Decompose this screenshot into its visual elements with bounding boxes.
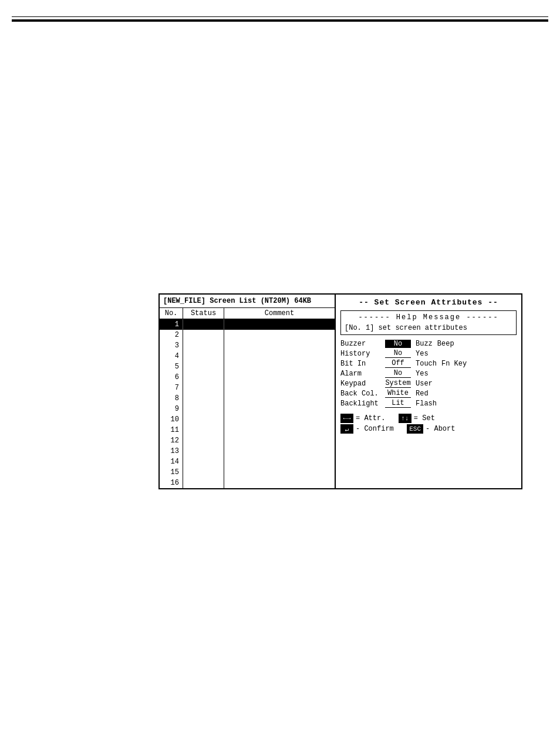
screen-row-11[interactable]: 11 xyxy=(160,425,335,435)
cell-status-4 xyxy=(183,351,224,361)
cell-status-3 xyxy=(183,340,224,351)
cell-comment-7 xyxy=(224,383,335,393)
attr-val-6[interactable]: Lit xyxy=(385,399,411,408)
cell-no-16: 16 xyxy=(160,478,183,488)
screen-row-15[interactable]: 15 xyxy=(160,467,335,478)
attr-alt1-5: Red xyxy=(416,390,429,398)
attr-alt1-0: Buzz xyxy=(416,340,433,348)
attr-row-buzzer: BuzzerNoBuzzBeep xyxy=(340,340,517,348)
attr-row-backlight: BacklightLitFlash xyxy=(340,399,517,408)
attr-row-alarm: AlarmNoYes xyxy=(340,369,517,378)
cell-comment-10 xyxy=(224,414,335,425)
cell-no-9: 9 xyxy=(160,404,183,414)
attr-alt1-2: Touch xyxy=(416,360,437,368)
screen-row-12[interactable]: 12 xyxy=(160,435,335,446)
cell-comment-11 xyxy=(224,425,335,435)
screen-row-14[interactable]: 14 xyxy=(160,456,335,467)
screen-row-9[interactable]: 9 xyxy=(160,404,335,414)
cell-no-10: 10 xyxy=(160,414,183,425)
column-no: No. xyxy=(160,308,183,319)
attr-alt1-1: Yes xyxy=(416,350,429,358)
cell-no-3: 3 xyxy=(160,340,183,351)
screen-list-rows: 1 2 3 4 5 6 7 8 xyxy=(160,319,335,488)
cell-no-11: 11 xyxy=(160,425,183,435)
cell-comment-8 xyxy=(224,393,335,404)
attr-alt1-3: Yes xyxy=(416,370,429,378)
attr-alt2-2: Fn Key xyxy=(441,360,467,368)
cell-status-5 xyxy=(183,361,224,372)
cell-status-12 xyxy=(183,435,224,446)
help-message-title: ------ Help Message ------ xyxy=(345,313,512,322)
cell-no-2: 2 xyxy=(160,330,183,340)
screen-row-5[interactable]: 5 xyxy=(160,361,335,372)
cell-no-6: 6 xyxy=(160,372,183,383)
screen-row-1[interactable]: 1 xyxy=(160,319,335,330)
cell-comment-15 xyxy=(224,467,335,478)
legend-row-2: ↵ - Confirm ESC - Abort xyxy=(340,424,517,434)
cell-status-14 xyxy=(183,456,224,467)
cell-comment-2 xyxy=(224,330,335,340)
screen-row-4[interactable]: 4 xyxy=(160,351,335,361)
screen-row-2[interactable]: 2 xyxy=(160,330,335,340)
attr-val-4[interactable]: System xyxy=(385,379,411,388)
cell-status-9 xyxy=(183,404,224,414)
screen-row-13[interactable]: 13 xyxy=(160,446,335,456)
key-enter: ↵ xyxy=(340,424,353,434)
attr-alt2-0: Beep xyxy=(437,340,454,348)
attr-row-keypad: KeypadSystemUser xyxy=(340,379,517,388)
top-line-thin xyxy=(12,16,548,17)
attr-label-6: Backlight xyxy=(340,400,383,408)
cell-no-8: 8 xyxy=(160,393,183,404)
screen-list-columns: No. Status Comment xyxy=(160,308,335,319)
key-enter-desc: - Confirm xyxy=(356,425,394,433)
column-comment: Comment xyxy=(224,308,335,319)
key-esc: ESC xyxy=(407,424,423,434)
screen-row-10[interactable]: 10 xyxy=(160,414,335,425)
cell-status-10 xyxy=(183,414,224,425)
cell-no-7: 7 xyxy=(160,383,183,393)
attr-val-2[interactable]: Off xyxy=(385,359,411,368)
cell-status-8 xyxy=(183,393,224,404)
screen-row-3[interactable]: 3 xyxy=(160,340,335,351)
cell-status-16 xyxy=(183,478,224,488)
screen-row-8[interactable]: 8 xyxy=(160,393,335,404)
attr-label-2: Bit In xyxy=(340,360,383,368)
cell-no-14: 14 xyxy=(160,456,183,467)
cell-comment-16 xyxy=(224,478,335,488)
key-legend: ←→ = Attr. ↑↓ = Set ↵ - Confirm ESC - Ab… xyxy=(340,414,517,434)
screen-row-16[interactable]: 16 xyxy=(160,478,335,488)
attr-val-1[interactable]: No xyxy=(385,349,411,358)
cell-comment-5 xyxy=(224,361,335,372)
cell-status-6 xyxy=(183,372,224,383)
key-lr-desc: = Attr. xyxy=(356,414,385,422)
cell-status-11 xyxy=(183,425,224,435)
cell-comment-1 xyxy=(224,319,335,330)
cell-status-15 xyxy=(183,467,224,478)
key-esc-desc: - Abort xyxy=(426,425,455,433)
attr-label-1: History xyxy=(340,350,383,358)
attr-row-history: HistoryNoYes xyxy=(340,349,517,358)
cell-comment-12 xyxy=(224,435,335,446)
attr-val-0[interactable]: No xyxy=(385,340,411,348)
screen-list-panel: [NEW_FILE] Screen List (NT20M) 64KB No. … xyxy=(160,295,336,488)
attr-val-3[interactable]: No xyxy=(385,369,411,378)
attr-panel: -- Set Screen Attributes -- ------ Help … xyxy=(336,295,521,488)
attr-row-back-col: Back Col.WhiteRed xyxy=(340,389,517,398)
cell-status-2 xyxy=(183,330,224,340)
attr-title: -- Set Screen Attributes -- xyxy=(340,298,517,307)
cell-no-15: 15 xyxy=(160,467,183,478)
attr-alt1-6: Flash xyxy=(416,400,437,408)
attr-row-bit-in: Bit InOffTouchFn Key xyxy=(340,359,517,368)
top-line-thick xyxy=(12,19,548,22)
cell-comment-13 xyxy=(224,446,335,456)
cell-comment-6 xyxy=(224,372,335,383)
cell-status-1 xyxy=(183,319,224,330)
help-message-box: ------ Help Message ------ [No. 1] set s… xyxy=(340,310,517,335)
cell-comment-14 xyxy=(224,456,335,467)
screen-row-6[interactable]: 6 xyxy=(160,372,335,383)
attr-label-0: Buzzer xyxy=(340,340,383,348)
screen-row-7[interactable]: 7 xyxy=(160,383,335,393)
cell-no-12: 12 xyxy=(160,435,183,446)
attr-val-5[interactable]: White xyxy=(385,389,411,398)
key-ud-desc: = Set xyxy=(414,414,435,422)
